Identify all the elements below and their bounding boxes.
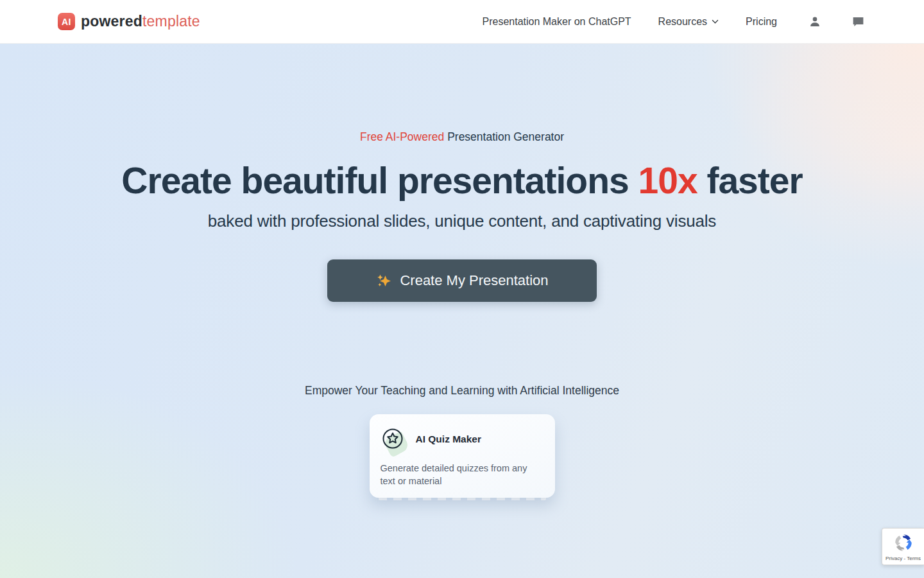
sparkles-icon <box>375 272 392 289</box>
brand-logo[interactable]: AI poweredtemplate <box>58 13 200 30</box>
tagline-highlight: Free AI-Powered <box>360 130 444 143</box>
feature-intro-text: Empower Your Teaching and Learning with … <box>305 384 619 398</box>
headline-highlight: 10x <box>638 160 697 201</box>
nav-label: Presentation Maker on ChatGPT <box>483 16 631 28</box>
cta-label: Create My Presentation <box>400 272 548 289</box>
create-presentation-button[interactable]: Create My Presentation <box>327 259 597 302</box>
feature-card-wrap: AI Quiz Maker Generate detailed quizzes … <box>370 414 555 498</box>
recaptcha-badge[interactable]: Privacy - Terms <box>882 528 924 565</box>
recaptcha-privacy-terms[interactable]: Privacy - Terms <box>886 556 921 561</box>
card-header: AI Quiz Maker <box>381 426 543 452</box>
page: AI poweredtemplate Presentation Maker on… <box>0 0 924 578</box>
card-title: AI Quiz Maker <box>416 434 482 445</box>
headline-pre: Create beautiful presentations <box>121 160 638 201</box>
ai-quiz-maker-card[interactable]: AI Quiz Maker Generate detailed quizzes … <box>370 414 555 498</box>
nav-item-pricing[interactable]: Pricing <box>746 16 777 28</box>
brand-name: poweredtemplate <box>81 13 200 30</box>
user-icon <box>808 15 822 29</box>
hero-tagline: Free AI-Powered Presentation Generator <box>360 130 564 144</box>
card-description: Generate detailed quizzes from any text … <box>381 462 542 487</box>
nav-item-resources[interactable]: Resources <box>658 16 719 28</box>
hero-section: Free AI-Powered Presentation Generator C… <box>0 44 924 578</box>
chevron-down-icon <box>712 19 719 24</box>
chat-button[interactable] <box>851 15 865 28</box>
card-icon-wrap <box>381 426 406 452</box>
nav-item-presentation-maker-chatgpt[interactable]: Presentation Maker on ChatGPT <box>483 16 631 28</box>
header-nav: Presentation Maker on ChatGPT Resources … <box>483 15 866 29</box>
nav-label: Pricing <box>746 16 777 28</box>
tagline-rest: Presentation Generator <box>444 130 564 143</box>
brand-name-powered: powered <box>81 13 142 30</box>
chat-icon <box>851 15 865 28</box>
recaptcha-icon <box>893 532 914 554</box>
hero-headline: Create beautiful presentations 10x faste… <box>121 161 802 201</box>
nav-label: Resources <box>658 16 707 28</box>
brand-name-template: template <box>142 13 200 30</box>
hero-subtitle: baked with professional slides, unique c… <box>208 211 716 231</box>
account-button[interactable] <box>808 15 822 29</box>
star-circle-icon <box>381 426 406 452</box>
top-navigation-bar: AI poweredtemplate Presentation Maker on… <box>0 0 924 44</box>
ai-logo-icon: AI <box>58 13 75 30</box>
headline-post: faster <box>697 160 803 201</box>
